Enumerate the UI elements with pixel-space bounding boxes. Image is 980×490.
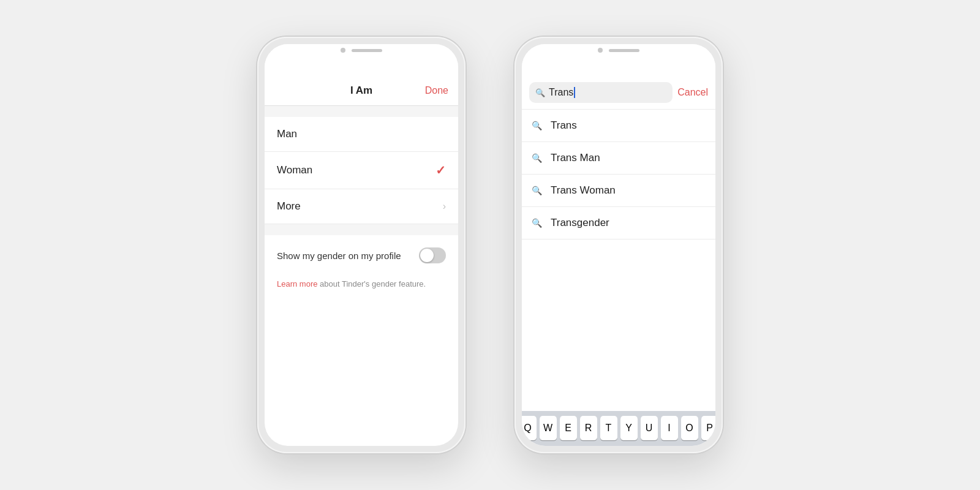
result-search-icon-4: 🔍 xyxy=(532,218,542,228)
more-label: More xyxy=(277,200,301,213)
key-e[interactable]: E xyxy=(560,416,577,440)
result-label-2: Trans Man xyxy=(551,152,600,164)
keyboard: Q W E R T Y U I O P xyxy=(522,411,715,446)
left-phone: I Am Done Man Woman ✓ More › Show my gen xyxy=(257,37,466,453)
key-w[interactable]: W xyxy=(540,416,557,440)
search-input-wrapper[interactable]: 🔍 Trans xyxy=(529,82,673,103)
key-o[interactable]: O xyxy=(681,416,698,440)
result-trans-woman[interactable]: 🔍 Trans Woman xyxy=(522,175,715,207)
gender-toggle-section: Show my gender on my profile xyxy=(265,235,458,276)
right-phone: 🔍 Trans Cancel 🔍 Trans 🔍 Trans Man xyxy=(514,37,723,453)
learn-more-section: Learn more about Tinder's gender feature… xyxy=(265,276,458,298)
camera-dot-right xyxy=(598,48,603,53)
key-p[interactable]: P xyxy=(701,416,716,440)
search-query-text: Trans xyxy=(549,87,573,98)
camera-dot xyxy=(341,48,345,53)
done-button[interactable]: Done xyxy=(425,85,448,96)
result-trans-man[interactable]: 🔍 Trans Man xyxy=(522,142,715,175)
result-search-icon-1: 🔍 xyxy=(532,121,542,130)
woman-label: Woman xyxy=(277,164,312,176)
man-option[interactable]: Man xyxy=(265,117,458,152)
key-t[interactable]: T xyxy=(600,416,617,440)
checkmark-icon: ✓ xyxy=(435,163,446,178)
right-screen-content: 🔍 Trans Cancel 🔍 Trans 🔍 Trans Man xyxy=(522,76,715,446)
toggle-label: Show my gender on my profile xyxy=(277,251,401,261)
search-results: 🔍 Trans 🔍 Trans Man 🔍 Trans Woman 🔍 Tran… xyxy=(522,110,715,411)
result-search-icon-2: 🔍 xyxy=(532,153,542,163)
result-search-icon-3: 🔍 xyxy=(532,186,542,195)
search-icon: 🔍 xyxy=(535,88,545,97)
toggle-knob xyxy=(420,249,434,262)
result-trans[interactable]: 🔍 Trans xyxy=(522,110,715,142)
key-u[interactable]: U xyxy=(641,416,658,440)
top-divider xyxy=(265,106,458,117)
key-r[interactable]: R xyxy=(580,416,597,440)
result-label-3: Trans Woman xyxy=(551,184,616,197)
chevron-right-icon: › xyxy=(443,201,446,212)
keyboard-row-1: Q W E R T Y U I O P xyxy=(524,416,713,440)
cursor xyxy=(574,87,575,98)
search-input[interactable]: Trans xyxy=(549,87,666,98)
more-option[interactable]: More › xyxy=(265,189,458,224)
left-screen-content: I Am Done Man Woman ✓ More › Show my gen xyxy=(265,76,458,446)
iam-title: I Am xyxy=(350,85,372,97)
speaker xyxy=(352,49,382,52)
key-q[interactable]: Q xyxy=(522,416,537,440)
search-bar-container: 🔍 Trans Cancel xyxy=(522,76,715,110)
speaker-right xyxy=(609,49,639,52)
man-label: Man xyxy=(277,128,297,140)
key-y[interactable]: Y xyxy=(620,416,638,440)
learn-more-rest: about Tinder's gender feature. xyxy=(317,279,426,288)
learn-more-link[interactable]: Learn more xyxy=(277,279,317,288)
result-transgender[interactable]: 🔍 Transgender xyxy=(522,207,715,239)
bottom-divider xyxy=(265,224,458,235)
cancel-button[interactable]: Cancel xyxy=(677,87,708,98)
key-i[interactable]: I xyxy=(661,416,678,440)
result-label-4: Transgender xyxy=(551,217,609,229)
woman-option[interactable]: Woman ✓ xyxy=(265,152,458,189)
gender-toggle[interactable] xyxy=(419,247,446,263)
iam-header: I Am Done xyxy=(265,76,458,106)
result-label-1: Trans xyxy=(551,119,577,132)
